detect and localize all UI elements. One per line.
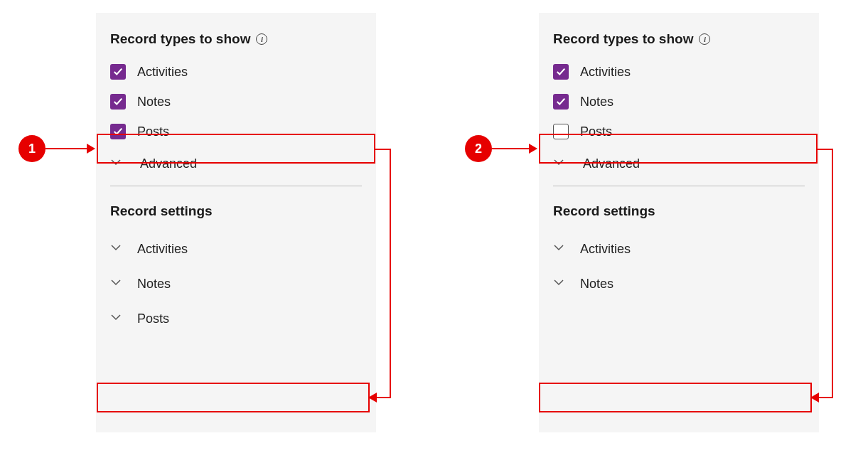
annotation-badge-2: 2 [465,135,492,162]
chevron-down-icon [553,156,566,171]
annotation-arrowhead-icon [87,144,95,154]
annotation-connector [375,149,391,150]
checkbox-label: Notes [137,95,171,110]
annotation-connector [832,149,833,398]
checkbox-row-notes[interactable]: Notes [539,87,819,117]
checkbox-checked-icon[interactable] [110,124,126,139]
record-types-header: Record types to show i [539,27,819,57]
badge-text: 1 [28,142,36,156]
annotation-connector [375,397,391,398]
expander-advanced[interactable]: Advanced [539,146,819,181]
expander-label: Notes [137,277,171,292]
record-settings-header: Record settings [539,192,819,232]
expander-activities[interactable]: Activities [96,232,376,267]
annotation-badge-1: 1 [18,135,45,162]
chevron-down-icon [553,242,566,257]
checkbox-unchecked-icon[interactable] [553,124,569,139]
chevron-down-icon [553,277,566,292]
checkbox-row-activities[interactable]: Activities [96,57,376,87]
advanced-label: Advanced [140,156,197,171]
checkbox-row-activities[interactable]: Activities [539,57,819,87]
divider [110,186,362,186]
record-types-header: Record types to show i [96,27,376,57]
expander-notes[interactable]: Notes [539,267,819,302]
annotation-arrowhead-icon [529,144,537,154]
checkbox-label: Posts [580,124,612,139]
checkbox-label: Notes [580,95,614,110]
checkbox-row-notes[interactable]: Notes [96,87,376,117]
checkbox-checked-icon[interactable] [110,64,126,80]
annotation-arrowhead-icon [368,393,377,403]
chevron-down-icon [110,311,123,326]
advanced-label: Advanced [583,156,640,171]
expander-label: Activities [580,242,631,257]
annotation-arrow [492,148,529,149]
checkbox-label: Posts [137,124,169,139]
expander-label: Activities [137,242,188,257]
divider [553,186,805,186]
expander-label: Notes [580,277,614,292]
annotation-connector [818,149,833,150]
checkbox-checked-icon[interactable] [110,94,126,110]
chevron-down-icon [110,156,123,171]
annotation-connector [818,397,833,398]
checkbox-label: Activities [137,65,188,80]
chevron-down-icon [110,277,123,292]
expander-notes[interactable]: Notes [96,267,376,302]
annotation-arrow [45,148,87,149]
expander-advanced[interactable]: Advanced [96,146,376,181]
badge-text: 2 [475,142,482,156]
expander-posts[interactable]: Posts [96,302,376,336]
annotation-connector [390,149,391,398]
checkbox-row-posts[interactable]: Posts [96,117,376,146]
expander-activities[interactable]: Activities [539,232,819,267]
record-settings-header: Record settings [96,192,376,232]
header-text: Record types to show [553,31,693,47]
header-text: Record types to show [110,31,250,47]
chevron-down-icon [110,242,123,257]
panel-left: Record types to show i Activities Notes … [96,13,376,432]
annotation-arrowhead-icon [810,393,819,403]
expander-label: Posts [137,311,169,326]
checkbox-row-posts[interactable]: Posts [539,117,819,146]
panel-right: Record types to show i Activities Notes … [539,13,819,432]
checkbox-checked-icon[interactable] [553,64,569,80]
info-icon[interactable]: i [699,33,710,45]
checkbox-checked-icon[interactable] [553,94,569,110]
checkbox-label: Activities [580,65,631,80]
info-icon[interactable]: i [256,33,267,45]
